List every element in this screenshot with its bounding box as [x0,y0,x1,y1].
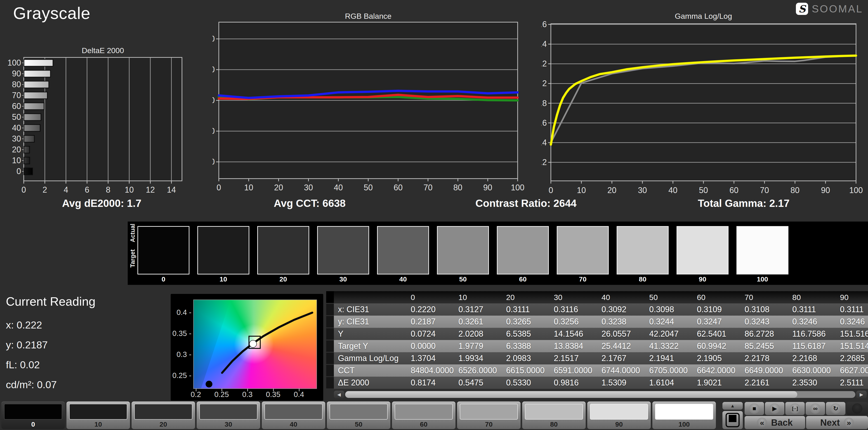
range-icon: [··] [790,403,800,414]
table-cell: 1.9934 [458,354,483,363]
patch-tile-0[interactable]: 0 [1,401,65,429]
stop-icon: ■ [749,403,760,414]
table-cell: 0.3256 [554,317,579,327]
table-cell: 0.3246 [840,317,865,327]
patch-tile-100[interactable]: 100 [652,401,716,429]
patch-tile-80[interactable]: 80 [522,401,586,429]
table-cell: 2.5111 [840,378,864,388]
svg-text:1.6: 1.6 [541,118,547,127]
table-cell: 6649.0000 [745,366,783,375]
reading-y: y: 0.2187 [6,339,48,351]
patch-tile-label: 70 [457,421,521,428]
table-row--e-2000[interactable]: ΔE 20000.81740.54750.53300.98161.53091.6… [334,377,868,389]
table-scroll-right-button[interactable]: ▶ [856,391,867,398]
strip-axis-target: Target [129,258,136,268]
patch-tile-10[interactable]: 10 [66,401,130,429]
table-cell: 0.5330 [506,378,531,388]
svg-text:70: 70 [423,183,432,192]
table-column-header: 0 [411,293,415,302]
grayscale-patch-label: 50 [437,275,489,283]
table-gutter-block [326,377,334,389]
table-cell: 0.3261 [458,317,483,327]
grayscale-patch-100 [737,226,788,274]
current-patch-button[interactable] [722,411,743,429]
table-scrollbar-thumb[interactable] [345,391,797,398]
table-cell: 0.3243 [745,317,770,327]
deltae-bar-100 [24,59,53,66]
back-button[interactable]: « Back [745,416,805,429]
svg-text:50: 50 [364,183,373,192]
svg-text:20: 20 [274,183,283,192]
cie-x-tick: 0.2 [184,390,207,399]
range-button[interactable]: [··] [785,402,805,415]
cie-y-tick: 0.35 - [171,329,191,338]
table-cell: 2.1767 [601,354,626,363]
cie-diagram [193,300,317,389]
table-cell: 116.7586 [792,329,826,339]
table-cell: 6627.00 [840,366,868,375]
table-cell: 6526.0000 [458,366,497,375]
patch-tile-30[interactable]: 30 [197,401,260,429]
play-button[interactable]: ▶ [765,402,784,415]
table-cell: 0.2187 [411,317,436,327]
table-row-label: y: CIE31 [338,317,369,327]
patch-tile-label: 80 [522,421,586,428]
table-column-header: 80 [792,293,801,302]
grayscale-patch-10 [197,226,249,274]
svg-text:40: 40 [213,34,215,43]
stat-contrast-ratio: Contrast Ratio: 2644 [475,197,577,209]
loop-button[interactable]: ∞ [806,402,825,415]
table-row-gamma-log-log[interactable]: Gamma Log/Log1.37041.99342.09832.15172.1… [334,352,868,364]
deltae-chart-title: DeltaE 2000 [24,46,182,55]
patch-tile-40[interactable]: 40 [262,401,325,429]
table-row-target-y[interactable]: Target Y0.00001.97796.338813.838425.4412… [334,340,868,352]
svg-text:0: 0 [22,185,26,194]
table-cell: 0.3238 [601,317,626,327]
table-gutter-block [326,316,334,327]
table-cell: 26.0557 [601,329,631,339]
table-cell: 0.3109 [697,305,722,314]
table-row-cct[interactable]: CCT84804.00006526.00006615.00006591.0000… [334,364,868,377]
patch-tile-label: 20 [131,421,195,428]
table-gutter-block [326,340,334,352]
svg-text:2: 2 [542,79,547,88]
table-row-y[interactable]: Y0.07242.02086.538514.154626.055742.2047… [334,328,868,340]
patch-up-button[interactable]: ▲ [722,402,743,410]
table-cell: 0.3111 [792,305,816,314]
stop-button[interactable]: ■ [745,402,764,415]
svg-text:20: 20 [608,186,616,194]
svg-text:40: 40 [12,123,21,132]
patch-tile-swatch [199,404,257,420]
table-row-y-cie31[interactable]: y: CIE310.21870.32610.32650.32560.32380.… [334,316,868,328]
table-gutter-block [326,328,334,340]
next-button[interactable]: Next » [806,416,868,429]
refresh-button[interactable]: ↻ [826,402,845,415]
svg-text:1.4: 1.4 [541,138,547,147]
patch-tile-90[interactable]: 90 [587,401,651,429]
table-scroll-left-button[interactable]: ◀ [334,391,344,398]
deltae-bar-60 [24,103,44,110]
table-cell: 0.3111 [840,305,864,314]
table-cell: 0.3098 [649,305,674,314]
patch-tile-label: 10 [66,421,130,428]
svg-text:100: 100 [7,58,21,67]
table-row-x-cie31[interactable]: x: CIE310.22200.31270.31110.31160.30920.… [334,303,868,316]
current-reading-marker [206,381,213,388]
table-cell: 6642.0000 [697,366,735,375]
table-cell: 0.8174 [411,378,436,388]
gamma-chart: 2.62.42.221.81.61.41.2010203040506070809… [541,18,868,194]
svg-text:50: 50 [12,112,21,122]
patch-tile-label: 60 [392,421,456,428]
svg-text:10: 10 [12,156,21,165]
planckian-locus-curve [222,313,312,373]
table-cell: 0.3092 [601,305,626,314]
table-gutter-header [326,291,334,303]
patch-tile-50[interactable]: 50 [327,401,391,429]
svg-text:2.4: 2.4 [541,39,547,49]
patch-tile-60[interactable]: 60 [392,401,456,429]
table-cell: 2.1517 [554,354,579,363]
loop-icon: ∞ [810,403,820,414]
patch-tile-70[interactable]: 70 [457,401,521,429]
table-row-label: Target Y [338,341,368,351]
patch-tile-20[interactable]: 20 [131,401,195,429]
